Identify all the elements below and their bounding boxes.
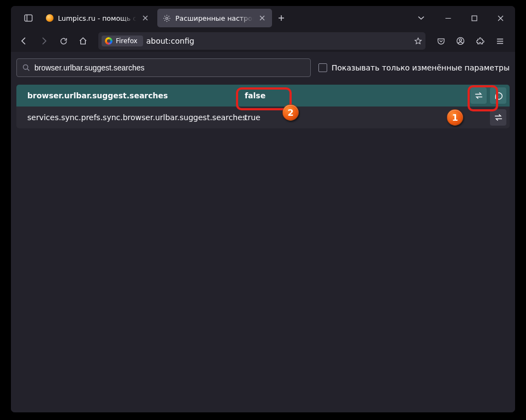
- back-button[interactable]: [15, 32, 33, 50]
- identity-box[interactable]: Firefox: [102, 36, 143, 46]
- toggle-button[interactable]: [490, 109, 506, 126]
- close-window-button[interactable]: [488, 6, 513, 30]
- url-bar-wrap: Firefox about:config: [98, 32, 425, 50]
- browser-window: Lumpics.ru - помощь с компьютером Расшир…: [11, 6, 515, 412]
- tab-bar: Lumpics.ru - помощь с компьютером Расшир…: [11, 6, 515, 30]
- toggle-button[interactable]: [470, 87, 487, 104]
- home-button[interactable]: [74, 32, 92, 50]
- favicon-settings: [163, 14, 171, 22]
- reload-button[interactable]: [55, 32, 72, 50]
- pref-row[interactable]: browser.urlbar.suggest.searches false: [16, 85, 510, 107]
- annotation-badge-2: 2: [282, 104, 299, 121]
- show-modified-label: Показывать только изменённые параметры: [332, 63, 510, 72]
- app-menu-button[interactable]: [491, 32, 509, 50]
- extensions-button[interactable]: [471, 32, 489, 50]
- tabs-dropdown[interactable]: [408, 16, 434, 20]
- pref-name: services.sync.prefs.sync.browser.urlbar.…: [27, 113, 245, 122]
- maximize-button[interactable]: [462, 6, 487, 30]
- tab-about-config[interactable]: Расширенные настройки: [157, 9, 272, 27]
- svg-point-1: [166, 17, 168, 19]
- minimize-button[interactable]: [435, 6, 460, 30]
- config-search-box[interactable]: [16, 58, 311, 77]
- close-icon[interactable]: [258, 14, 267, 22]
- annotation-badge-1: 1: [447, 109, 463, 126]
- pref-value: false: [245, 91, 265, 100]
- pref-row[interactable]: services.sync.prefs.sync.browser.urlbar.…: [16, 107, 510, 128]
- search-icon: [22, 64, 30, 72]
- tab-lumpics[interactable]: Lumpics.ru - помощь с компьютером: [40, 9, 155, 27]
- svg-rect-0: [25, 15, 32, 21]
- new-tab-button[interactable]: [273, 15, 289, 21]
- pocket-button[interactable]: [432, 32, 450, 50]
- svg-point-5: [23, 65, 28, 69]
- close-icon[interactable]: [141, 14, 150, 22]
- reset-button[interactable]: [490, 87, 506, 104]
- show-modified-only[interactable]: Показывать только изменённые параметры: [318, 63, 510, 72]
- pref-results: browser.urlbar.suggest.searches false se…: [16, 85, 510, 128]
- checkbox-icon[interactable]: [318, 63, 327, 72]
- pref-value: true: [245, 113, 261, 122]
- favicon-lumpics: [46, 14, 54, 22]
- svg-rect-2: [472, 16, 477, 21]
- about-config-content: Показывать только изменённые параметры b…: [11, 52, 515, 412]
- config-search-input[interactable]: [34, 63, 305, 72]
- svg-point-4: [459, 39, 462, 41]
- pref-name: browser.urlbar.suggest.searches: [27, 91, 245, 100]
- firefox-logo-icon: [105, 37, 113, 45]
- identity-label: Firefox: [116, 37, 138, 45]
- tab-title: Lumpics.ru - помощь с компьютером: [58, 14, 137, 22]
- url-bar[interactable]: Firefox about:config: [98, 32, 425, 50]
- forward-button: [35, 32, 52, 50]
- spaces-icon[interactable]: [17, 14, 39, 22]
- tab-title: Расширенные настройки: [175, 14, 253, 22]
- nav-toolbar: Firefox about:config: [11, 30, 515, 52]
- account-button[interactable]: [452, 32, 469, 50]
- bookmark-star-icon[interactable]: [414, 37, 422, 45]
- url-text[interactable]: about:config: [146, 37, 411, 45]
